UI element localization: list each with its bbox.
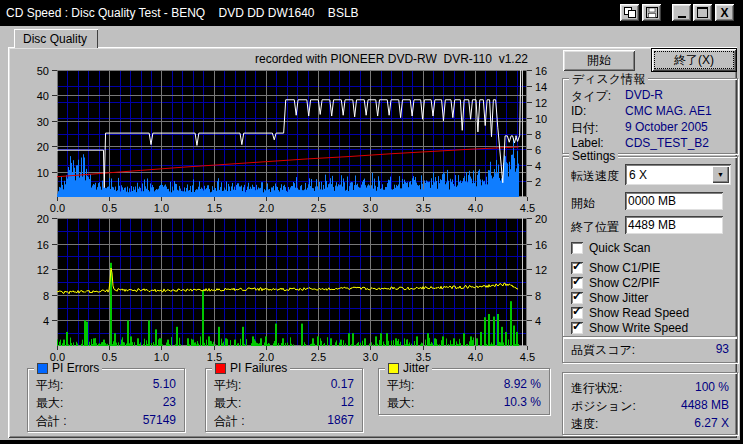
checkbox-box: ✓	[571, 242, 583, 254]
disc-type-label: タイプ:	[571, 88, 625, 105]
checkbox-show-jitter[interactable]: ✓ Show Jitter	[571, 291, 648, 305]
svg-text:10: 10	[535, 113, 547, 125]
exit-button[interactable]: 終了(X)	[651, 48, 737, 72]
speed-select-value: 6 X	[625, 168, 710, 182]
stat-label: 合計 :	[36, 413, 67, 430]
check-icon: ✓	[572, 319, 582, 333]
checkbox-label: Show Jitter	[589, 291, 648, 305]
stat-value: 1867	[327, 413, 354, 430]
chevron-down-icon[interactable]: ▼	[712, 166, 729, 183]
end-pos-label: 終了位置	[571, 219, 619, 236]
stat-value: 0.17	[331, 377, 354, 394]
svg-text:20: 20	[37, 141, 49, 153]
quality-score-label: 品質スコア:	[571, 342, 635, 359]
svg-text:8: 8	[535, 290, 541, 302]
jitter-legend-label: Jitter	[403, 361, 429, 375]
copy-icon	[624, 7, 636, 18]
disc-label-label: Label:	[571, 136, 625, 150]
disc-id-label: ID:	[571, 104, 625, 118]
quality-score-panel: 品質スコア: 93	[562, 336, 738, 363]
svg-text:14: 14	[535, 81, 547, 93]
start-pos-label: 開始	[571, 195, 595, 212]
svg-text:4.5: 4.5	[520, 351, 535, 363]
pi-failures-swatch-icon	[215, 363, 226, 374]
svg-text:4: 4	[535, 160, 541, 172]
disc-date-value: 9 October 2005	[625, 120, 708, 137]
svg-text:12: 12	[535, 264, 547, 276]
disc-type-value: DVD-R	[625, 88, 663, 105]
checkbox-box: ✓	[571, 292, 583, 304]
svg-text:2: 2	[535, 176, 541, 188]
svg-text:40: 40	[37, 90, 49, 102]
progress-panel: 進行状況:100 % ポジション:4488 MB 速度:6.27 X	[562, 372, 738, 435]
disc-label-value: CDS_TEST_B2	[625, 136, 709, 150]
disc-date-label: 日付:	[571, 120, 625, 137]
pi-errors-legend-label: PI Errors	[52, 361, 99, 375]
checkbox-box: ✓	[571, 277, 583, 289]
svg-text:12: 12	[37, 264, 49, 276]
checkbox-quick-scan[interactable]: ✓ Quick Scan	[571, 241, 650, 255]
copy-button[interactable]	[620, 4, 639, 21]
tab-label: Disc Quality	[23, 32, 87, 46]
svg-text:1.0: 1.0	[154, 351, 169, 363]
quality-chart-bottom: 0.00.51.01.52.02.53.03.54.04.54812162048…	[0, 212, 552, 366]
pi-failures-legend-label: PI Failures	[230, 361, 287, 375]
disc-id-value: CMC MAG. AE1	[625, 104, 712, 118]
checkbox-box: ✓	[571, 262, 583, 274]
svg-text:30: 30	[37, 116, 49, 128]
checkbox-show-c2-pif[interactable]: ✓ Show C2/PIF	[571, 276, 660, 290]
settings-legend: Settings	[569, 149, 618, 163]
svg-text:50: 50	[37, 65, 49, 77]
save-button[interactable]	[642, 4, 661, 21]
quality-chart-top: 0.00.51.01.52.02.53.03.54.04.51020304050…	[0, 60, 552, 214]
position-label: ポジション:	[571, 398, 636, 415]
start-button[interactable]: 開始	[563, 50, 635, 71]
svg-text:16: 16	[37, 239, 49, 251]
stat-label: 平均:	[214, 377, 241, 394]
close-icon: X	[720, 7, 728, 19]
svg-text:20: 20	[535, 213, 547, 225]
svg-text:10: 10	[37, 167, 49, 179]
start-pos-field[interactable]	[625, 192, 723, 210]
start-button-label: 開始	[587, 52, 611, 69]
checkbox-show-write-speed[interactable]: ✓ Show Write Speed	[571, 321, 688, 335]
svg-text:8: 8	[535, 129, 541, 141]
progress-value: 100 %	[695, 380, 729, 397]
quality-score-value: 93	[716, 342, 729, 359]
stat-value: 57149	[143, 413, 176, 430]
checkbox-show-read-speed[interactable]: ✓ Show Read Speed	[571, 306, 689, 320]
speed-select[interactable]: 6 X ▼	[625, 164, 731, 185]
pi-failures-panel: PI Failures 平均:0.17 最大:12 合計 :1867	[205, 368, 363, 432]
svg-text:4: 4	[43, 315, 49, 327]
end-pos-field[interactable]	[625, 216, 723, 234]
stat-value: 10.3 %	[504, 395, 541, 412]
tab-disc-quality[interactable]: Disc Quality	[14, 29, 98, 48]
speed-label: 転送速度	[571, 168, 619, 185]
checkbox-label: Show C1/PIE	[589, 261, 660, 275]
svg-text:0.5: 0.5	[102, 351, 117, 363]
checkbox-label: Quick Scan	[589, 241, 650, 255]
maximize-button[interactable]	[693, 4, 712, 21]
stat-value: 23	[163, 395, 176, 412]
minimize-icon	[678, 16, 686, 18]
svg-text:8: 8	[43, 290, 49, 302]
pi-errors-swatch-icon	[37, 363, 48, 374]
checkbox-label: Show C2/PIF	[589, 276, 660, 290]
checkbox-box: ✓	[571, 307, 583, 319]
checkbox-show-c1-pie[interactable]: ✓ Show C1/PIE	[571, 261, 660, 275]
position-value: 4488 MB	[681, 398, 729, 415]
checkbox-label: Show Read Speed	[589, 306, 689, 320]
svg-text:4: 4	[535, 315, 541, 327]
check-icon: ✓	[572, 274, 582, 288]
svg-text:2.5: 2.5	[311, 351, 326, 363]
window-title: CD Speed : Disc Quality Test - BENQ DVD …	[6, 6, 359, 20]
jitter-swatch-icon	[388, 363, 399, 374]
close-button[interactable]: X	[715, 4, 734, 21]
pi-errors-legend: PI Errors	[34, 361, 102, 375]
stat-label: 平均:	[36, 377, 63, 394]
speed-label: 速度:	[571, 416, 598, 433]
check-icon: ✓	[572, 289, 582, 303]
stat-label: 合計 :	[214, 413, 245, 430]
check-icon: ✓	[572, 304, 582, 318]
minimize-button[interactable]	[672, 4, 691, 21]
